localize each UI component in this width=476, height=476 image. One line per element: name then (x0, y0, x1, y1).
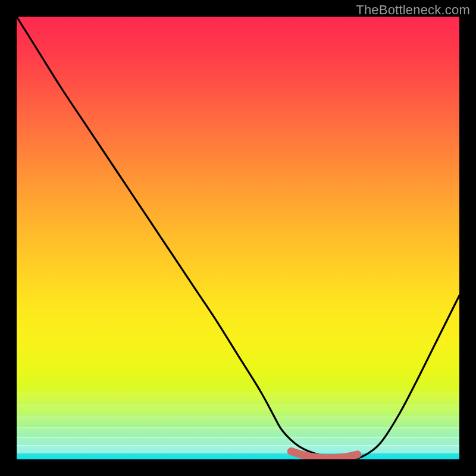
optimal-marker-path (291, 452, 358, 458)
curve-layer (17, 17, 459, 459)
watermark-text: TheBottleneck.com (356, 2, 470, 18)
chart-frame: TheBottleneck.com (0, 0, 476, 476)
plot-area (17, 17, 459, 459)
bottleneck-curve-path (17, 17, 459, 459)
